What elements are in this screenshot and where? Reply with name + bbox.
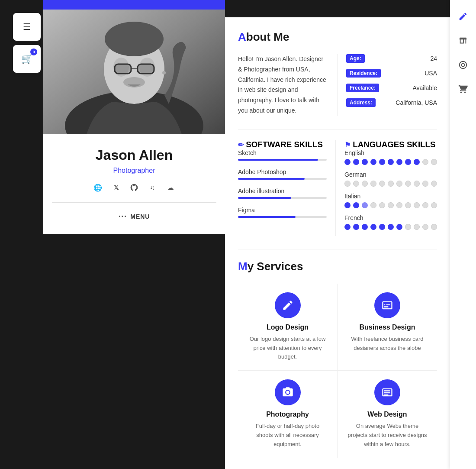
dot — [414, 224, 420, 230]
social-spotify[interactable]: ♫ — [146, 181, 158, 194]
rs-target-icon[interactable] — [455, 57, 471, 73]
social-other[interactable]: ☁ — [164, 181, 177, 194]
about-details: Age: 24 Residence: USA Freelance: Availa… — [338, 54, 437, 116]
service-photography: Photography Full-day or half-day photo s… — [238, 371, 338, 458]
language-english-name: English — [344, 149, 437, 156]
profile-name: Jason Allen — [52, 147, 216, 163]
profile-divider — [52, 202, 216, 203]
dot — [422, 224, 428, 230]
dot — [431, 202, 437, 208]
dot — [396, 202, 402, 208]
svg-point-5 — [105, 22, 164, 56]
about-heading-accent: A — [238, 30, 246, 43]
dot — [353, 224, 359, 230]
skill-figma-name: Figma — [238, 207, 327, 213]
skill-photoshop-name: Adobe Photoshop — [238, 168, 327, 175]
language-german: German — [344, 171, 437, 187]
profile-social: 🌐 𝕏 ♫ ☁ — [52, 181, 216, 194]
photography-icon-circle — [275, 379, 301, 405]
dot — [353, 202, 359, 208]
menu-icon: ☰ — [23, 22, 31, 32]
services-heading: My Services — [238, 260, 437, 273]
dot — [362, 224, 368, 230]
skill-photoshop-bar-fill — [238, 178, 305, 180]
dot — [431, 159, 437, 165]
skill-illustration-bar-fill — [238, 197, 291, 199]
web-design-desc: On average Webs theme projects start to … — [346, 422, 428, 449]
languages-heading-text: LANGUAGES SKILLS — [353, 140, 435, 149]
dot — [431, 181, 437, 187]
dot — [422, 202, 428, 208]
address-label: Address: — [346, 98, 376, 107]
skill-sketch: Sketch — [238, 149, 327, 161]
dot — [344, 202, 351, 208]
svg-rect-11 — [115, 65, 131, 73]
profile-card: Jason Allen Photographer 🌐 𝕏 ♫ ☁ ··· MEN… — [43, 0, 225, 469]
dot — [405, 224, 411, 230]
business-design-desc: With freelance business card desianers a… — [346, 335, 428, 353]
social-github[interactable] — [128, 181, 140, 194]
detail-address: Address: California, USA — [346, 98, 437, 107]
dot — [405, 159, 411, 165]
freelance-value: Available — [412, 84, 437, 91]
language-french-name: French — [344, 214, 437, 221]
dot — [370, 159, 376, 165]
freelance-label: Freelance: — [346, 84, 379, 92]
dot — [379, 224, 385, 230]
services-divider — [238, 249, 437, 249]
profile-title: Photographer — [52, 167, 216, 175]
profile-blue-bar — [43, 0, 225, 10]
german-dots — [344, 181, 437, 187]
language-french: French — [344, 214, 437, 230]
services-grid: Logo Design Our logo design starts at a … — [238, 284, 437, 458]
languages-heading: ⚑ LANGUAGES SKILLS — [344, 140, 437, 149]
dot — [379, 159, 385, 165]
dot — [362, 202, 368, 208]
dot — [370, 224, 376, 230]
menu-dots-icon: ··· — [119, 211, 127, 221]
skills-divider — [238, 129, 437, 129]
cart-button[interactable]: 0 🛒 — [13, 45, 41, 73]
svg-point-14 — [162, 71, 166, 74]
dot — [344, 224, 351, 230]
main-content: About Me Hello! I'm Jason Allen. Designe… — [225, 17, 450, 469]
rs-shop-icon[interactable] — [455, 33, 471, 49]
web-design-name: Web Design — [346, 411, 428, 418]
dot — [353, 159, 359, 165]
language-english: English — [344, 149, 437, 165]
detail-age: Age: 24 — [346, 54, 437, 63]
cart-badge: 0 — [30, 49, 37, 55]
languages-icon: ⚑ — [344, 141, 351, 149]
rs-cart-icon[interactable] — [455, 81, 471, 97]
language-italian-name: Italian — [344, 193, 437, 200]
logo-design-icon-circle — [275, 292, 301, 318]
dot — [414, 159, 420, 165]
services-section: My Services Logo Design Our logo design … — [238, 260, 437, 458]
profile-menu[interactable]: ··· MENU — [52, 207, 216, 226]
dot — [396, 181, 402, 187]
skills-heading: ✏ SOFTWARE SKILLS — [238, 140, 327, 149]
dot — [388, 202, 394, 208]
services-heading-accent: M — [238, 260, 248, 273]
rs-edit-icon[interactable] — [455, 9, 471, 24]
dot — [388, 181, 394, 187]
social-globe[interactable]: 🌐 — [92, 181, 104, 194]
photography-desc: Full-day or half-day photo shoots with a… — [247, 422, 328, 449]
web-design-icon-circle — [374, 379, 400, 405]
menu-label: MENU — [130, 213, 150, 220]
skills-icon: ✏ — [238, 141, 244, 149]
social-twitter[interactable]: 𝕏 — [110, 181, 122, 194]
residence-label: Residence: — [346, 69, 381, 78]
about-me-heading: About Me — [238, 30, 437, 44]
dot — [422, 181, 428, 187]
menu-button[interactable]: ☰ — [13, 13, 41, 41]
residence-value: USA — [425, 70, 437, 77]
english-dots — [344, 159, 437, 165]
business-design-icon-circle — [374, 292, 400, 318]
dot — [379, 181, 385, 187]
skill-photoshop-bar-bg — [238, 178, 327, 180]
service-web-design: Web Design On average Webs theme project… — [338, 371, 437, 458]
service-business-design: Business Design With freelance business … — [338, 284, 437, 371]
skill-figma-bar-fill — [238, 216, 296, 218]
profile-photo — [43, 0, 225, 134]
